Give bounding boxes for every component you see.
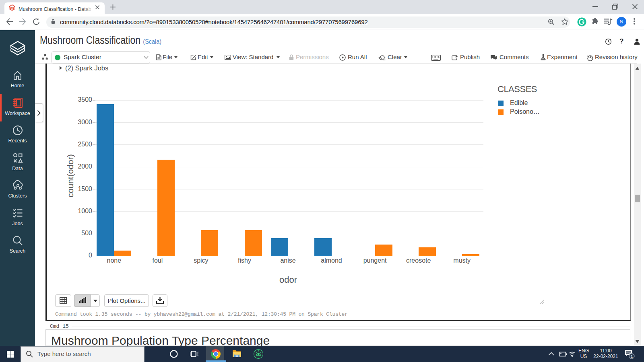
svg-text:1: 1 xyxy=(631,354,633,358)
